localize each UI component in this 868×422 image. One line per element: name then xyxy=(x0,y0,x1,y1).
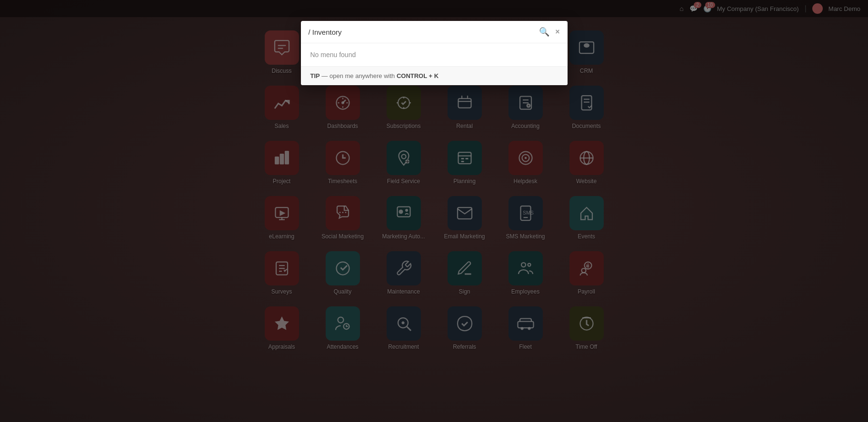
tip-shortcut: CONTROL + K xyxy=(397,72,439,79)
tip-bar: TIP — open me anywhere with CONTROL + K xyxy=(301,66,568,85)
search-input[interactable] xyxy=(309,28,536,36)
tip-dash: — open me anywhere with xyxy=(320,72,397,79)
tip-label: TIP xyxy=(310,72,320,79)
search-modal: 🔍 × No menu found TIP — open me anywhere… xyxy=(301,21,568,85)
modal-overlay: 🔍 × No menu found TIP — open me anywhere… xyxy=(0,0,868,422)
no-menu-text: No menu found xyxy=(310,51,356,59)
close-button[interactable]: × xyxy=(555,28,559,36)
no-menu-message: No menu found xyxy=(301,43,568,66)
search-icon[interactable]: 🔍 xyxy=(539,27,549,37)
search-bar: 🔍 × xyxy=(301,21,568,43)
